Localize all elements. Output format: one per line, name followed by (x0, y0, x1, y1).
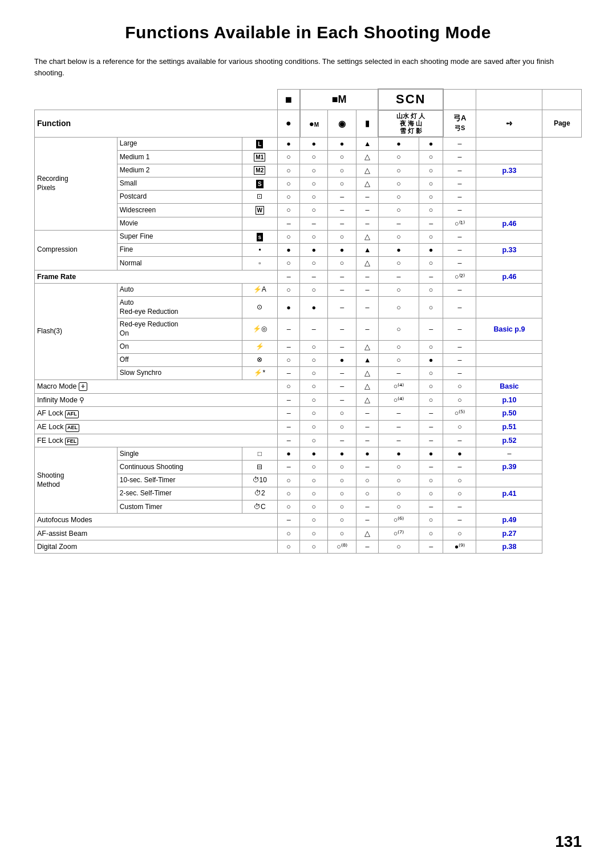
group-label: Infinity Mode ⚲ (35, 393, 278, 407)
table-cell: – (278, 367, 300, 380)
table-row: Custom Timer⏱C○○○–○–– (35, 500, 582, 514)
table-cell: ○⁽²⁾ (443, 270, 476, 283)
table-cell: ○ (278, 164, 300, 177)
table-cell: ● (300, 297, 328, 318)
table-cell: – (378, 407, 419, 421)
table-cell: – (378, 420, 419, 434)
badge-cell: ⏱10 (242, 474, 277, 487)
table-row: Postcard⊡○○––○○– (35, 191, 582, 204)
page-reference (476, 353, 542, 366)
page-reference: p.49 (476, 514, 542, 527)
table-cell: ○ (300, 151, 328, 164)
table-cell: ○ (278, 283, 300, 296)
page-number: 131 (555, 833, 582, 851)
table-cell: ○ (378, 487, 419, 500)
table-cell: – (356, 514, 379, 527)
page-reference (476, 204, 542, 217)
row-label: Single (117, 447, 242, 461)
row-label: Auto (117, 283, 242, 296)
page-reference: p.41 (476, 487, 542, 500)
table-cell: – (443, 151, 476, 164)
page-reference (476, 367, 542, 380)
table-row: Off⊗○○●▲○●– (35, 353, 582, 366)
row-label: Movie (117, 217, 242, 230)
table-cell: ○ (300, 367, 328, 380)
table-cell: ○⁽⁶⁾ (378, 514, 419, 527)
badge-cell: W (242, 204, 277, 217)
table-cell: – (378, 434, 419, 447)
table-cell: – (443, 164, 476, 177)
table-cell: ○ (300, 164, 328, 177)
table-cell: ○ (278, 257, 300, 270)
table-cell: – (378, 217, 419, 230)
table-row: Movie––––––○⁽¹⁾p.46 (35, 217, 582, 230)
table-cell: – (443, 461, 476, 474)
badge-cell: □ (242, 447, 277, 461)
table-cell: △ (356, 367, 379, 380)
page-reference (476, 191, 542, 204)
table-cell: △ (356, 230, 379, 243)
table-row: Digital Zoom○○○⁽⁸⁾–○–●⁽⁹⁾p.38 (35, 540, 582, 553)
table-cell: ○ (378, 177, 419, 190)
table-cell: – (443, 191, 476, 204)
row-label: Off (117, 353, 242, 366)
table-cell: – (443, 297, 476, 318)
table-cell: ○ (300, 340, 328, 353)
page-reference: p.39 (476, 461, 542, 474)
table-cell: ○ (443, 474, 476, 487)
table-cell: ○ (328, 487, 356, 500)
table-cell: – (328, 283, 356, 296)
table-cell: ○ (300, 283, 328, 296)
page-reference: p.10 (476, 393, 542, 407)
table-cell: ○ (419, 177, 443, 190)
table-cell: ○ (419, 514, 443, 527)
badge-cell: ⊙ (242, 297, 277, 318)
row-label: Auto Red-eye Reduction (117, 297, 242, 318)
table-cell: – (443, 244, 476, 257)
table-cell: ● (328, 447, 356, 461)
table-row: Shooting MethodSingle□●●●●●●●– (35, 447, 582, 461)
badge-cell: M1 (242, 151, 277, 164)
table-cell: – (278, 340, 300, 353)
badge-cell: ⏱2 (242, 487, 277, 500)
table-cell: – (419, 461, 443, 474)
table-row: Medium 1M1○○○△○○– (35, 151, 582, 164)
table-cell: – (328, 367, 356, 380)
table-cell: ● (328, 353, 356, 366)
table-cell: – (419, 318, 443, 340)
badge-cell: S (242, 177, 277, 190)
table-cell: ○ (419, 487, 443, 500)
row-label: Widescreen (117, 204, 242, 217)
table-cell: ○ (300, 514, 328, 527)
table-cell: ○ (300, 353, 328, 366)
table-cell: ○ (378, 318, 419, 340)
group-label: Flash(3) (35, 283, 117, 380)
table-cell: – (278, 217, 300, 230)
page-reference: p.50 (476, 407, 542, 421)
table-cell: ○ (419, 527, 443, 540)
table-cell: ○ (278, 527, 300, 540)
table-cell: △ (356, 340, 379, 353)
table-cell: ○ (419, 283, 443, 296)
group-label: Compression (35, 230, 117, 270)
table-cell: – (278, 434, 300, 447)
table-cell: ○ (278, 204, 300, 217)
table-cell: ● (278, 244, 300, 257)
table-cell: ○ (378, 230, 419, 243)
table-cell: ○ (328, 500, 356, 514)
table-cell: ○ (356, 474, 379, 487)
table-cell: ○ (300, 527, 328, 540)
table-cell: – (356, 270, 379, 283)
table-cell: – (419, 407, 443, 421)
table-cell: ○ (328, 474, 356, 487)
table-cell: ○ (443, 393, 476, 407)
badge-cell: ⚡* (242, 367, 277, 380)
table-row: Slow Synchro⚡*–○–△–○– (35, 367, 582, 380)
table-cell: – (356, 283, 379, 296)
table-row: Infinity Mode ⚲–○–△○⁽⁴⁾○○p.10 (35, 393, 582, 407)
table-cell: ○ (328, 420, 356, 434)
table-cell: – (328, 434, 356, 447)
table-cell: ○ (378, 474, 419, 487)
table-cell: ○ (278, 353, 300, 366)
table-cell: ● (278, 297, 300, 318)
